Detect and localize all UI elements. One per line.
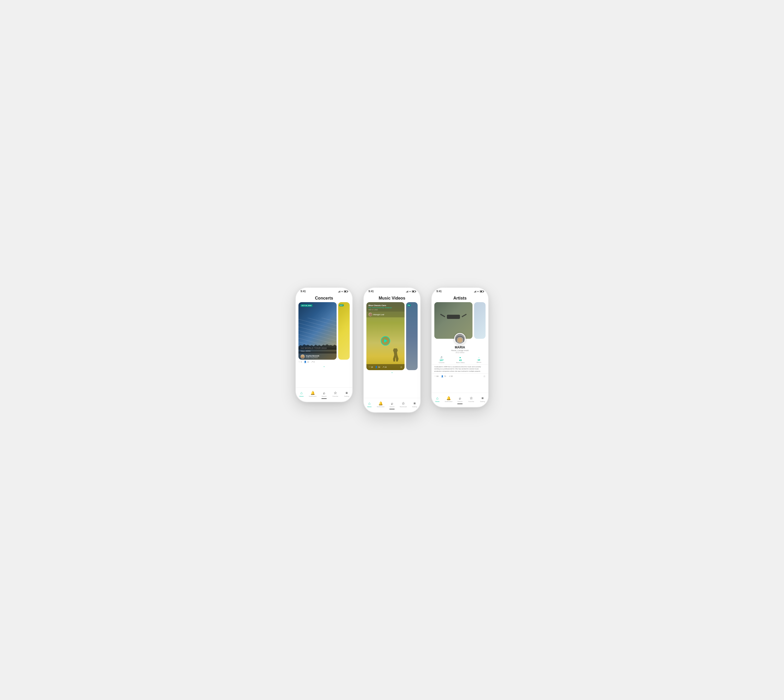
nav-indicator-3 <box>457 403 463 404</box>
nav-home-1[interactable]: ⌂ Home <box>296 391 307 397</box>
screen-concerts: Concerts OCT 20, 2019 1st WORLD TOUR 201… <box>296 294 352 400</box>
video-action-likes[interactable]: ♡ 19 <box>368 366 373 368</box>
signal-icon-2 <box>406 290 408 292</box>
status-icons-3: ▲ <box>474 290 483 292</box>
concerts-icon: 🎵 <box>440 357 443 358</box>
stat-videos[interactable]: ▶ 43 Music Videos <box>456 357 465 363</box>
social-likes[interactable]: ♡ 68 <box>434 375 438 378</box>
concert-card-side[interactable]: OCT <box>338 302 350 360</box>
social-followers-count: 79 <box>444 375 446 377</box>
nav-bookmark-label-2: Bookmark <box>400 406 407 408</box>
bottom-nav-2: ⌂ Home 🔔 Notification ⌕ Search ☆ Bookmar… <box>364 398 420 410</box>
chevron-down-icon[interactable]: ⌄ <box>296 364 352 368</box>
nav-search-2[interactable]: ⌕ Search <box>386 401 398 408</box>
nav-setting-2[interactable]: ≡ Setting <box>409 401 420 408</box>
artist-stats: 🎵 107 Concerts ▶ 43 Music Videos ♪ 10 Al… <box>432 357 488 364</box>
social-followers[interactable]: 👤 79 <box>441 375 446 378</box>
stat-videos-num: 43 <box>459 359 462 362</box>
search-icon-2: ⌕ <box>391 401 393 405</box>
social-people-icon: 👤 <box>441 375 443 377</box>
action-likes[interactable]: ♡ 3 <box>298 361 302 363</box>
concert-card-main[interactable]: OCT 20, 2019 1st WORLD TOUR 2019 Tokyo, … <box>298 302 336 360</box>
nav-home-2[interactable]: ⌂ Home <box>364 401 375 408</box>
video-artist-name: Midnight Leaf <box>373 314 384 315</box>
share-icon: ↗ <box>311 361 313 363</box>
crowd-silhouette <box>298 342 336 350</box>
chevron-down-icon-2[interactable]: ⌄ <box>364 370 420 374</box>
phone-music-videos: 9:41 ▲ Music Videos <box>363 287 421 413</box>
social-shares-count: 95 <box>451 375 453 377</box>
home-icon-2: ⌂ <box>368 401 370 405</box>
nav-notification-3[interactable]: 🔔 Notification <box>443 396 454 402</box>
nav-home-3[interactable]: ⌂ Home <box>432 396 443 402</box>
stat-concerts-label: Concerts <box>439 362 444 363</box>
play-button-area[interactable] <box>366 317 404 364</box>
concert-artist-info: Sophia Bennett Singer-Song Writer <box>306 355 335 358</box>
concert-tag: OCT 20, 2019 <box>301 304 313 307</box>
nav-search-3[interactable]: ⌕ Search <box>454 396 465 402</box>
video-bookmark-icon[interactable]: ☆ <box>400 366 403 368</box>
action-people[interactable]: 👤 12 <box>304 361 309 363</box>
likes-count: 3 <box>301 361 302 363</box>
nav-setting-label-2: Setting <box>412 406 417 408</box>
nav-notification-label-3: Notification <box>445 401 453 402</box>
menu-icon-1: ≡ <box>346 391 348 395</box>
battery-icon-3 <box>480 290 483 292</box>
nav-indicator-1 <box>321 398 327 399</box>
nav-home-label-2: Home <box>368 406 371 408</box>
nav-search-1[interactable]: ⌕ Search <box>318 391 330 397</box>
nav-favorite-1[interactable]: ☆ Favorite <box>330 391 341 397</box>
nav-favorite-3[interactable]: ☆ Favorite <box>466 396 477 402</box>
nav-notification-label-2: Notification <box>377 406 385 408</box>
video-heart-icon: ♡ <box>368 366 370 368</box>
video-share-icon: ↗ <box>382 366 384 368</box>
play-button[interactable] <box>381 336 390 345</box>
wifi-icon-1: ▲ <box>341 290 343 292</box>
artist-card-main[interactable] <box>434 302 473 339</box>
nav-setting-1[interactable]: ≡ Setting <box>341 391 352 397</box>
video-action-people[interactable]: 👤 34 <box>375 366 380 368</box>
home-icon-3: ⌂ <box>436 396 438 400</box>
video-card-side[interactable]: For <box>406 302 418 370</box>
stat-albums-num: 10 <box>478 358 480 361</box>
video-card-main[interactable]: Blue Classic Cars Pop, Instrumental Pop,… <box>366 302 404 370</box>
nav-search-label-1: Search <box>322 395 327 397</box>
artist-bio: Graduated in 2008 from a vocational scho… <box>432 364 488 373</box>
screen-music-videos: Music Videos Blue Classic Cars Pop, Inst… <box>364 294 420 410</box>
artist-card-side[interactable] <box>474 302 486 339</box>
avatar-face <box>457 337 463 343</box>
bottom-nav-3: ⌂ Home 🔔 Notification ⌕ Search ☆ Favorit… <box>432 393 488 405</box>
stat-albums[interactable]: ♪ 10 Albums <box>476 357 481 363</box>
battery-icon-1 <box>344 290 348 292</box>
battery-icon-2 <box>412 290 416 292</box>
search-icon-1: ⌕ <box>323 391 325 395</box>
person-silhouette <box>391 348 399 362</box>
social-likes-count: 68 <box>436 375 438 377</box>
video-shares-count: 24 <box>385 366 387 368</box>
video-people-count: 34 <box>378 366 380 368</box>
concert-location: Tokyo, JAPAN <box>301 350 335 352</box>
concert-artist-role: Singer-Song Writer <box>306 357 335 358</box>
nav-notification-1[interactable]: 🔔 Notification <box>307 391 318 397</box>
action-shares[interactable]: ↗ 6 <box>311 361 315 363</box>
video-action-shares[interactable]: ↗ 24 <box>382 366 387 368</box>
nav-setting-label-1: Setting <box>344 395 349 397</box>
drone-arm2 <box>461 314 466 317</box>
nav-setting-label-3: Setting <box>480 401 485 402</box>
social-shares[interactable]: ↗ 95 <box>449 375 453 378</box>
nav-bookmark-2[interactable]: ☆ Bookmark <box>398 401 409 408</box>
social-heart-icon: ♡ <box>434 375 436 377</box>
stat-concerts-num: 107 <box>439 359 443 362</box>
nav-setting-3[interactable]: ≡ Setting <box>477 396 488 402</box>
music-videos-title: Music Videos <box>364 294 420 302</box>
nav-notification-2[interactable]: 🔔 Notification <box>375 401 386 408</box>
status-bar-2: 9:41 ▲ <box>364 288 420 294</box>
social-share-icon: ↗ <box>449 375 450 377</box>
social-bookmark-icon[interactable]: ☆ <box>483 375 486 378</box>
stat-concerts[interactable]: 🎵 107 Concerts <box>439 357 444 363</box>
concerts-title: Concerts <box>296 294 352 302</box>
status-time-2: 9:41 <box>368 290 374 293</box>
artists-title: Artists <box>432 294 488 302</box>
signal-icon-1 <box>338 290 340 292</box>
video-date: NOV 17, 2019 <box>368 309 403 310</box>
